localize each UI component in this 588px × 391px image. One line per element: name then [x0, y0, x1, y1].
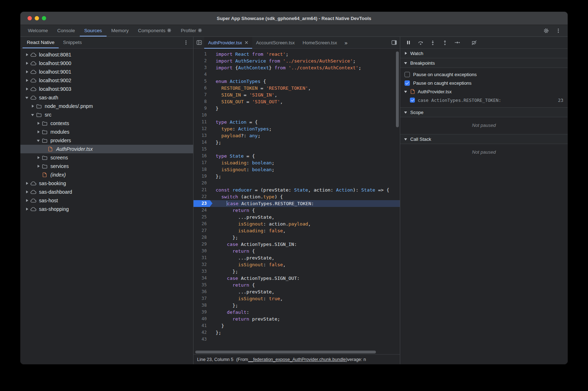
code-line[interactable]: 27 isLoading: false,	[193, 227, 400, 234]
line-number-gutter[interactable]: 12	[193, 125, 210, 132]
code-line[interactable]: 21const reducer = (prevState: State, act…	[193, 187, 400, 193]
pause-caught-checkbox[interactable]	[405, 80, 410, 86]
line-number-gutter[interactable]: 3	[193, 64, 210, 71]
tab-components[interactable]: Components	[133, 25, 176, 36]
line-number-gutter[interactable]: 22	[193, 193, 210, 200]
tree-item-screens[interactable]: screens	[20, 153, 193, 162]
line-number-gutter[interactable]: 34	[193, 275, 210, 282]
code-line[interactable]: 31 ...prevState,	[193, 254, 400, 261]
code-line[interactable]: 19};	[193, 173, 400, 180]
editor-tab-authprovider-tsx[interactable]: AuthProvider.tsx	[204, 37, 252, 48]
code-line[interactable]: 43	[193, 336, 400, 343]
chevron-right-icon[interactable]	[24, 69, 30, 75]
tree-item-providers[interactable]: providers	[20, 136, 193, 145]
code-line-text[interactable]: };	[210, 139, 400, 146]
tab-memory[interactable]: Memory	[107, 25, 133, 36]
tree-item-sas-booking[interactable]: sas-booking	[20, 179, 193, 188]
code-line[interactable]: 14};	[193, 139, 400, 146]
code-line[interactable]: 13 payload?: any;	[193, 132, 400, 139]
code-line[interactable]: 41 }	[193, 322, 400, 329]
scope-section-header[interactable]: Scope	[400, 108, 568, 117]
code-line-text[interactable]: import {AuthContext} from '../contexts/A…	[210, 64, 400, 71]
code-line[interactable]: 32 isSignout: false,	[193, 261, 400, 268]
line-number-gutter[interactable]: 43	[193, 336, 210, 343]
chevron-right-icon[interactable]	[24, 86, 30, 92]
code-line[interactable]: 6 RESTORE_TOKEN = 'RESTORE_TOKEN',	[193, 85, 400, 91]
code-line[interactable]: 20	[193, 180, 400, 187]
tree-item-index[interactable]: (index)	[20, 170, 193, 179]
line-number-gutter[interactable]: 33	[193, 268, 210, 275]
editor-tab-homescreen-tsx[interactable]: HomeScreen.tsx	[299, 37, 341, 48]
line-number-gutter[interactable]: 21	[193, 187, 210, 193]
code-line-text[interactable]: type State = {	[210, 153, 400, 159]
close-icon[interactable]	[245, 41, 248, 44]
code-line-text[interactable]: isLoading: boolean;	[210, 159, 400, 166]
code-line[interactable]: 3import {AuthContext} from '../contexts/…	[193, 64, 400, 71]
code-line-text[interactable]: };	[210, 268, 400, 275]
line-number-gutter[interactable]: 25	[193, 214, 210, 221]
code-line[interactable]: 17 isLoading: boolean;	[193, 159, 400, 166]
code-line-text[interactable]: };	[210, 302, 400, 309]
line-number-gutter[interactable]: 23	[193, 200, 210, 207]
code-line[interactable]: 9}	[193, 105, 400, 112]
code-line-text[interactable]: import AuthService from '../services/Aut…	[210, 58, 400, 64]
code-line[interactable]: 33 };	[193, 268, 400, 275]
chevron-right-icon[interactable]	[24, 189, 30, 195]
line-number-gutter[interactable]: 35	[193, 282, 210, 288]
chevron-right-icon[interactable]	[35, 155, 41, 160]
code-line-text[interactable]: isSignout: false,	[210, 261, 400, 268]
code-line[interactable]: 38 };	[193, 302, 400, 309]
line-number-gutter[interactable]: 13	[193, 132, 210, 139]
code-line-text[interactable]: return {	[210, 282, 400, 288]
code-line[interactable]: 4	[193, 71, 400, 78]
code-line-text[interactable]	[210, 336, 400, 343]
code-line[interactable]: 16type State = {	[193, 153, 400, 159]
code-line-text[interactable]: isLoading: false,	[210, 227, 400, 234]
minimize-window-button[interactable]	[35, 16, 39, 20]
code-line-text[interactable]: SIGN_OUT = 'SIGN_OUT',	[210, 98, 400, 105]
code-line[interactable]: 25 ...prevState,	[193, 214, 400, 221]
navigator-tab-snippets[interactable]: Snippets	[59, 37, 86, 48]
line-number-gutter[interactable]: 39	[193, 309, 210, 316]
line-number-gutter[interactable]: 17	[193, 159, 210, 166]
code-line[interactable]: 30 return {	[193, 248, 400, 254]
code-line-text[interactable]: };	[210, 234, 400, 241]
code-line[interactable]: 42};	[193, 329, 400, 336]
more-tabs-chevron[interactable]: »	[344, 40, 347, 46]
line-number-gutter[interactable]: 27	[193, 227, 210, 234]
tab-welcome[interactable]: Welcome	[23, 25, 53, 36]
pause-on-uncaught-row[interactable]: Pause on uncaught exceptions	[400, 70, 568, 79]
line-number-gutter[interactable]: 38	[193, 302, 210, 309]
line-number-gutter[interactable]: 7	[193, 91, 210, 98]
code-line-text[interactable]	[210, 71, 400, 78]
tree-item-localhost-9002[interactable]: localhost:9002	[20, 76, 193, 85]
code-line-text[interactable]	[210, 112, 400, 119]
line-number-gutter[interactable]: 14	[193, 139, 210, 146]
code-line[interactable]: 8 SIGN_OUT = 'SIGN_OUT',	[193, 98, 400, 105]
chevron-down-icon[interactable]	[24, 95, 30, 100]
navigator-tab-react-native[interactable]: React Native	[23, 37, 59, 48]
maximize-window-button[interactable]	[42, 16, 46, 20]
code-line[interactable]: 40 return prevState;	[193, 316, 400, 322]
toggle-debugger-panel-button[interactable]	[389, 38, 399, 47]
code-line[interactable]: 26 isSignout: action.payload,	[193, 221, 400, 227]
breakpoints-section-header[interactable]: Breakpoints	[400, 58, 568, 68]
code-line-text[interactable]: }	[210, 105, 400, 112]
pause-uncaught-checkbox[interactable]	[405, 72, 410, 77]
tree-item-localhost-9000[interactable]: localhost:9000	[20, 59, 193, 68]
breakpoint-item[interactable]: case ActionTypes.RESTORE_TOKEN: 23	[400, 96, 568, 104]
code-line-text[interactable]: enum ActionTypes {	[210, 78, 400, 85]
code-line[interactable]: 11type Action = {	[193, 119, 400, 125]
code-line-text[interactable]: RESTORE_TOKEN = 'RESTORE_TOKEN',	[210, 85, 400, 91]
code-line-text[interactable]: type: ActionTypes;	[210, 125, 400, 132]
code-line-text[interactable]: case ActionTypes.RESTORE_TOKEN:	[210, 200, 400, 207]
code-line[interactable]: 34 case ActionTypes.SIGN_OUT:	[193, 275, 400, 282]
chevron-right-icon[interactable]	[24, 180, 30, 186]
line-number-gutter[interactable]: 30	[193, 248, 210, 254]
callstack-section-header[interactable]: Call Stack	[400, 134, 568, 144]
toggle-navigator-button[interactable]	[194, 38, 204, 47]
code-line[interactable]: 1import React from 'react';	[193, 51, 400, 58]
tree-item-sas-host[interactable]: sas-host	[20, 196, 193, 205]
code-line-text[interactable]: ...prevState,	[210, 214, 400, 221]
line-number-gutter[interactable]: 28	[193, 234, 210, 241]
